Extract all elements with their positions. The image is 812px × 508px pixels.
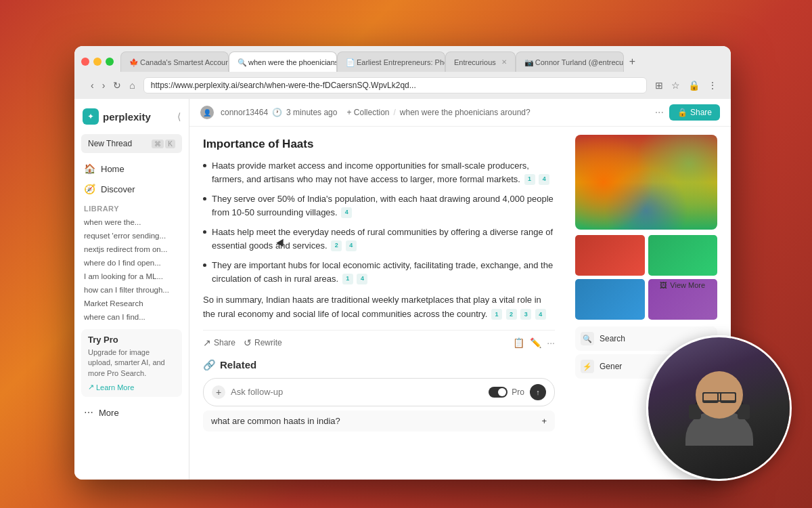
- cite-3-2: 4: [357, 274, 367, 284]
- breadcrumb: connor13464 🕐 3 minutes ago + Collection…: [221, 108, 648, 117]
- address-bar[interactable]: https://www.perplexity.ai/search/when-we…: [143, 77, 647, 93]
- tab-1[interactable]: 🔍 when were the phoenicians a... ✕: [229, 51, 337, 72]
- back-button[interactable]: ‹: [88, 79, 97, 92]
- thumb-3[interactable]: [575, 279, 645, 320]
- library-item-7[interactable]: where can I find...: [74, 310, 189, 324]
- tab-2-favicon: 📄: [346, 58, 354, 66]
- followup-bar: + Pro ↑: [203, 378, 555, 406]
- user-avatar: 👤: [200, 106, 214, 119]
- header-time: 3 minutes ago: [286, 108, 337, 117]
- traffic-light-close[interactable]: [81, 58, 89, 66]
- bookmark-button[interactable]: ☆: [669, 79, 683, 92]
- thumb-1[interactable]: [575, 235, 645, 276]
- search-panel-label: Search: [600, 334, 625, 343]
- summary-cite-4: 4: [535, 309, 546, 320]
- learn-more-label: Learn More: [96, 383, 134, 391]
- bullet-3: They are important hubs for local econom…: [203, 259, 555, 285]
- thumb-4[interactable]: 🖼 View More: [648, 279, 718, 320]
- menu-button[interactable]: ⋮: [705, 79, 720, 92]
- pro-toggle[interactable]: Pro: [489, 387, 524, 398]
- tab-0-label: Canada's Smartest Accounti...: [140, 58, 229, 66]
- share-action-icon: ↗: [203, 337, 211, 348]
- sidebar-item-home[interactable]: 🏠 Home: [74, 158, 189, 179]
- new-thread-button[interactable]: New Thread ⌘ K: [81, 134, 182, 153]
- toggle-switch: [489, 387, 508, 398]
- followup-input[interactable]: [231, 387, 483, 397]
- sidebar-item-discover[interactable]: 🧭 Discover: [74, 179, 189, 199]
- rewrite-icon: ↺: [244, 337, 252, 348]
- bullet-3-text: They are important hubs for local econom…: [212, 260, 553, 284]
- copy-button[interactable]: 📋: [513, 337, 524, 348]
- tab-0-favicon: 🍁: [129, 58, 137, 66]
- arrow-icon: ↗: [88, 383, 94, 391]
- app-content: ✦ perplexity ⟨ New Thread ⌘ K 🏠 Home 🧭 D…: [74, 99, 731, 480]
- tab-4-favicon: 📷: [524, 58, 533, 66]
- share-button[interactable]: 🔒 Share: [669, 104, 720, 121]
- rewrite-label: Rewrite: [254, 338, 282, 347]
- header-actions: ··· 🔒 Share: [655, 104, 720, 121]
- tab-2-label: Earliest Entrepreneurs: Phoe...: [357, 58, 445, 66]
- traffic-light-fullscreen[interactable]: [106, 58, 114, 66]
- library-item-2[interactable]: nextjs redirect from on...: [74, 242, 189, 256]
- toggle-knob: [498, 388, 506, 396]
- related-item-0-plus: +: [541, 416, 547, 426]
- library-item-1[interactable]: requset 'error sending...: [74, 229, 189, 242]
- thumb-2[interactable]: [648, 235, 718, 276]
- more-icon: ⋯: [84, 407, 93, 418]
- edit-button[interactable]: ✏️: [530, 337, 541, 348]
- tab-2[interactable]: 📄 Earliest Entrepreneurs: Phoe... ✕: [337, 51, 445, 72]
- tab-0[interactable]: 🍁 Canada's Smartest Accounti... ✕: [120, 51, 229, 72]
- logo-text: perplexity: [103, 111, 151, 123]
- library-item-0[interactable]: when were the...: [74, 215, 189, 229]
- refresh-button[interactable]: ↻: [110, 79, 124, 92]
- tab-4[interactable]: 📷 Connor Turland (@entrecuri... ✕: [516, 51, 624, 72]
- video-person: [648, 337, 790, 479]
- shortcut-key-cmd: ⌘: [152, 140, 164, 148]
- search-panel-icon: 🔍: [581, 332, 594, 345]
- grid-button[interactable]: ⊞: [652, 79, 666, 92]
- summary-cite-2: 2: [506, 309, 517, 320]
- learn-more-button[interactable]: ↗ Learn More: [88, 383, 175, 391]
- related-title: 🔗 Related: [203, 359, 555, 371]
- new-tab-button[interactable]: +: [624, 51, 641, 72]
- more-options-button[interactable]: ···: [547, 337, 555, 348]
- related-item-0[interactable]: what are common haats in india? +: [203, 410, 555, 431]
- collection-button[interactable]: + Collection: [346, 108, 389, 117]
- browser-chrome: 🍁 Canada's Smartest Accounti... ✕ 🔍 when…: [74, 46, 731, 99]
- bullet-2: Haats help meet the everyday needs of ru…: [203, 226, 555, 252]
- library-item-4[interactable]: I am looking for a ML...: [74, 270, 189, 283]
- breadcrumb-title: when were the phoenicians around?: [400, 108, 531, 117]
- tab-4-label: Connor Turland (@entrecuri...: [535, 58, 624, 66]
- share-lock-icon: 🔒: [677, 108, 687, 117]
- person-head: [696, 371, 743, 419]
- library-item-6[interactable]: Market Research: [74, 297, 189, 310]
- tab-3-close[interactable]: ✕: [501, 58, 507, 66]
- library-item-5[interactable]: how can I filter through...: [74, 283, 189, 297]
- view-more-label: View More: [670, 281, 705, 289]
- view-more-button[interactable]: 🖼 View More: [648, 279, 718, 291]
- sidebar-collapse-button[interactable]: ⟨: [177, 111, 181, 122]
- main-haat-image[interactable]: [575, 135, 717, 230]
- followup-send-button[interactable]: ↑: [530, 384, 546, 400]
- followup-plus-icon[interactable]: +: [212, 385, 225, 399]
- library-item-3[interactable]: where do I find open...: [74, 256, 189, 270]
- traffic-light-minimize[interactable]: [93, 58, 102, 66]
- sidebar-more-label: More: [99, 408, 119, 418]
- sidebar-logo: ✦ perplexity ⟨: [74, 106, 189, 131]
- bullet-dot-0: [203, 164, 206, 167]
- bullet-1-text: They serve over 50% of India's populatio…: [212, 194, 554, 217]
- forward-button[interactable]: ›: [99, 79, 108, 92]
- related-icon: 🔗: [203, 359, 216, 371]
- extensions-button[interactable]: 🔒: [685, 79, 702, 92]
- bullet-1: They serve over 50% of India's populatio…: [203, 192, 555, 219]
- sidebar-item-more[interactable]: ⋯ More: [74, 402, 189, 423]
- cite-2-2: 4: [346, 240, 357, 251]
- share-action-button[interactable]: ↗ Share: [203, 337, 235, 348]
- home-button[interactable]: ⌂: [127, 79, 137, 92]
- bullet-text-0: Haats provide market access and income o…: [212, 159, 555, 186]
- bullet-dot-2: [203, 230, 206, 234]
- tab-3[interactable]: Entrecurious ✕: [445, 51, 516, 72]
- summary-cite-3: 3: [520, 309, 531, 320]
- header-more-button[interactable]: ···: [655, 106, 664, 119]
- rewrite-action-button[interactable]: ↺ Rewrite: [244, 337, 282, 348]
